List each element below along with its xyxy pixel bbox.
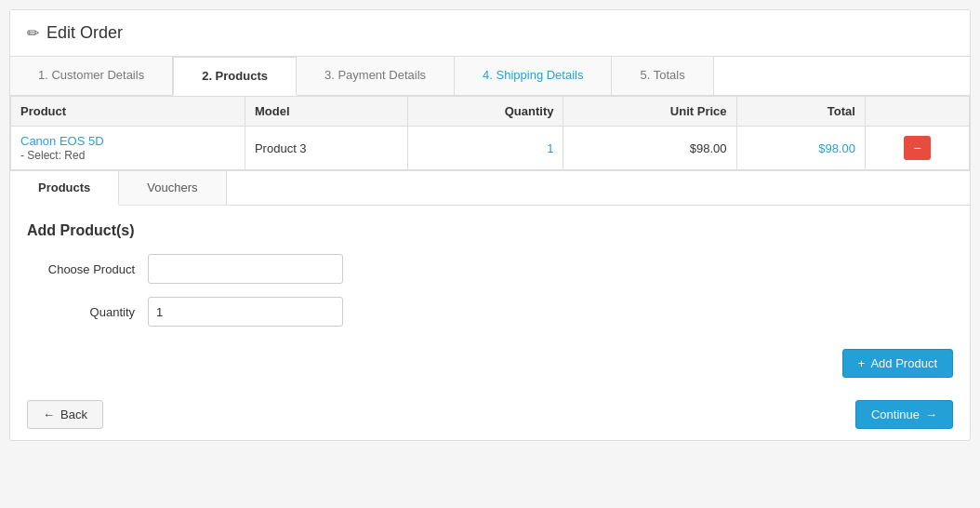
sub-tab-vouchers[interactable]: Vouchers xyxy=(119,171,226,205)
col-action xyxy=(865,97,969,127)
plus-icon: + xyxy=(858,356,866,370)
continue-button[interactable]: Continue → xyxy=(855,400,953,429)
quantity-input[interactable] xyxy=(148,297,343,327)
tab-totals[interactable]: 5. Totals xyxy=(612,57,713,95)
products-table: Product Model Quantity Unit Price Total … xyxy=(10,96,970,170)
product-link[interactable]: Canon EOS 5D xyxy=(20,134,235,148)
add-product-label: Add Product xyxy=(870,356,937,370)
quantity-group: Quantity xyxy=(27,297,953,327)
products-table-area: Product Model Quantity Unit Price Total … xyxy=(10,96,970,170)
action-cell: − xyxy=(865,127,969,170)
col-model: Model xyxy=(245,97,407,127)
total-value: $98.00 xyxy=(818,141,855,155)
back-icon: ← xyxy=(43,408,55,421)
choose-product-group: Choose Product xyxy=(27,254,953,284)
col-total: Total xyxy=(736,97,865,127)
page-title: Edit Order xyxy=(46,23,123,43)
sub-tab-products[interactable]: Products xyxy=(10,171,119,206)
continue-label: Continue xyxy=(871,408,920,421)
choose-product-input[interactable] xyxy=(148,254,343,284)
unit-price-value: $98.00 xyxy=(690,141,727,155)
col-product: Product xyxy=(11,97,245,127)
product-cell: Canon EOS 5D - Select: Red xyxy=(11,127,245,170)
sub-tabs: Products Vouchers xyxy=(10,170,970,206)
total-cell: $98.00 xyxy=(736,127,865,170)
tab-customer-details[interactable]: 1. Customer Details xyxy=(10,57,173,95)
action-row: ← Back Continue → xyxy=(10,389,970,440)
table-row: Canon EOS 5D - Select: Red Product 3 1 $… xyxy=(11,127,970,170)
add-product-row: + Add Product xyxy=(10,349,970,389)
quantity-label: Quantity xyxy=(27,305,148,319)
tab-shipping-details[interactable]: 4. Shipping Details xyxy=(455,57,612,95)
back-label: Back xyxy=(60,408,87,421)
product-option: - Select: Red xyxy=(20,149,85,162)
choose-product-label: Choose Product xyxy=(27,262,148,276)
add-product-button[interactable]: + Add Product xyxy=(842,349,953,378)
tab-payment-details[interactable]: 3. Payment Details xyxy=(297,57,455,95)
page-header: ✏ Edit Order xyxy=(10,10,970,57)
model-cell: Product 3 xyxy=(245,127,407,170)
continue-icon: → xyxy=(925,408,937,421)
add-products-section: Add Product(s) Choose Product Quantity xyxy=(10,206,970,349)
back-button[interactable]: ← Back xyxy=(27,400,103,429)
tab-products[interactable]: 2. Products xyxy=(173,57,297,96)
pencil-icon: ✏ xyxy=(27,24,39,42)
quantity-cell: 1 xyxy=(407,127,563,170)
remove-button[interactable]: − xyxy=(904,136,930,160)
tabs-bar: 1. Customer Details 2. Products 3. Payme… xyxy=(10,57,970,96)
col-quantity: Quantity xyxy=(407,97,563,127)
col-unit-price: Unit Price xyxy=(563,97,736,127)
add-products-title: Add Product(s) xyxy=(27,222,953,239)
quantity-value: 1 xyxy=(547,141,553,155)
page-wrapper: ✏ Edit Order 1. Customer Details 2. Prod… xyxy=(9,9,971,441)
unit-price-cell: $98.00 xyxy=(563,127,736,170)
